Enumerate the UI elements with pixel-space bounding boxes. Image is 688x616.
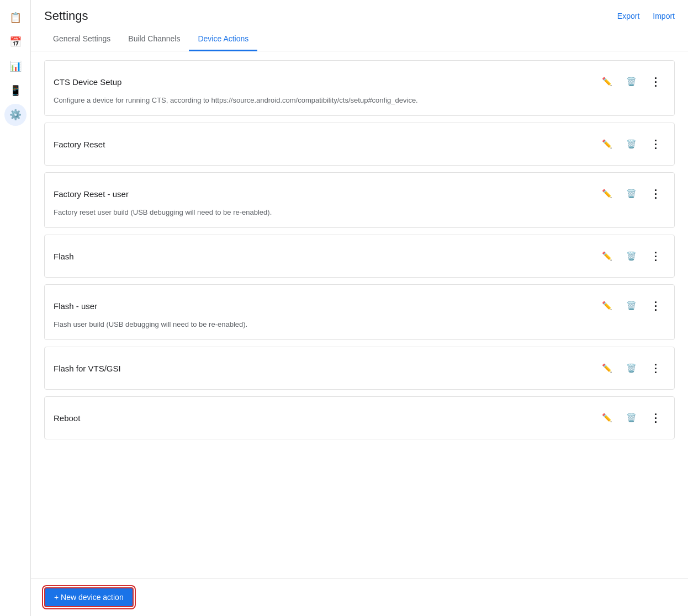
delete-button-factory-reset[interactable]: 🗑️ xyxy=(621,134,641,154)
sidebar-item-clipboard[interactable]: 📋 xyxy=(4,7,27,29)
bottom-bar: + New device action xyxy=(31,578,688,616)
more-icon: ⋮ xyxy=(650,76,661,87)
chart-icon: 📊 xyxy=(9,60,22,72)
delete-button-reboot[interactable]: 🗑️ xyxy=(621,408,641,428)
action-card-flash-vts-gsi: Flash for VTS/GSI✏️🗑️⋮ xyxy=(44,347,675,390)
main-content: Settings Export Import General Settings … xyxy=(31,0,688,616)
more-button-cts-device-setup[interactable]: ⋮ xyxy=(645,72,665,92)
new-device-action-button[interactable]: + New device action xyxy=(44,587,134,607)
action-title-cts-device-setup: CTS Device Setup xyxy=(54,77,121,87)
trash-icon: 🗑️ xyxy=(626,301,637,311)
tab-general-settings[interactable]: General Settings xyxy=(44,28,119,51)
action-title-reboot: Reboot xyxy=(54,413,80,423)
action-title-flash-vts-gsi: Flash for VTS/GSI xyxy=(54,364,121,373)
sidebar-item-chart[interactable]: 📊 xyxy=(4,55,27,77)
edit-button-flash[interactable]: ✏️ xyxy=(597,246,617,266)
more-button-factory-reset[interactable]: ⋮ xyxy=(645,134,665,154)
more-button-flash[interactable]: ⋮ xyxy=(645,246,665,266)
more-icon: ⋮ xyxy=(650,412,661,423)
trash-icon: 🗑️ xyxy=(626,363,637,373)
action-title-factory-reset: Factory Reset xyxy=(54,140,105,149)
more-icon: ⋮ xyxy=(650,363,661,374)
edit-button-flash-vts-gsi[interactable]: ✏️ xyxy=(597,358,617,378)
action-title-factory-reset-user: Factory Reset - user xyxy=(54,189,129,199)
action-card-reboot: Reboot✏️🗑️⋮ xyxy=(44,396,675,439)
more-icon: ⋮ xyxy=(650,251,661,262)
action-card-factory-reset: Factory Reset✏️🗑️⋮ xyxy=(44,123,675,166)
action-title-flash: Flash xyxy=(54,252,74,261)
delete-button-cts-device-setup[interactable]: 🗑️ xyxy=(621,72,641,92)
pencil-icon: ✏️ xyxy=(602,139,612,149)
sidebar: 📋 📅 📊 📱 ⚙️ xyxy=(0,0,31,616)
action-desc-cts-device-setup: Configure a device for running CTS, acco… xyxy=(54,96,665,104)
clipboard-icon: 📋 xyxy=(9,12,22,24)
export-button[interactable]: Export xyxy=(617,12,639,20)
tabs: General Settings Build Channels Device A… xyxy=(31,28,688,51)
action-desc-flash-user: Flash user build (USB debugging will nee… xyxy=(54,320,665,328)
delete-button-flash-user[interactable]: 🗑️ xyxy=(621,296,641,316)
more-icon: ⋮ xyxy=(650,139,661,150)
import-button[interactable]: Import xyxy=(653,12,675,20)
action-desc-factory-reset-user: Factory reset user build (USB debugging … xyxy=(54,208,665,216)
edit-button-factory-reset-user[interactable]: ✏️ xyxy=(597,184,617,204)
more-button-flash-user[interactable]: ⋮ xyxy=(645,296,665,316)
pencil-icon: ✏️ xyxy=(602,363,612,373)
settings-icon: ⚙️ xyxy=(9,109,22,121)
pencil-icon: ✏️ xyxy=(602,77,612,87)
more-button-factory-reset-user[interactable]: ⋮ xyxy=(645,184,665,204)
sidebar-item-calendar[interactable]: 📅 xyxy=(4,31,27,53)
sidebar-item-settings[interactable]: ⚙️ xyxy=(4,104,27,126)
sidebar-item-phone[interactable]: 📱 xyxy=(4,79,27,102)
edit-button-flash-user[interactable]: ✏️ xyxy=(597,296,617,316)
edit-button-factory-reset[interactable]: ✏️ xyxy=(597,134,617,154)
phone-icon: 📱 xyxy=(9,84,22,97)
trash-icon: 🗑️ xyxy=(626,139,637,149)
delete-button-flash[interactable]: 🗑️ xyxy=(621,246,641,266)
trash-icon: 🗑️ xyxy=(626,189,637,199)
calendar-icon: 📅 xyxy=(9,36,22,48)
header: Settings Export Import xyxy=(31,0,688,23)
pencil-icon: ✏️ xyxy=(602,301,612,311)
trash-icon: 🗑️ xyxy=(626,77,637,87)
edit-button-reboot[interactable]: ✏️ xyxy=(597,408,617,428)
tab-device-actions[interactable]: Device Actions xyxy=(189,28,257,51)
action-card-flash-user: Flash - user✏️🗑️⋮Flash user build (USB d… xyxy=(44,284,675,340)
pencil-icon: ✏️ xyxy=(602,413,612,423)
more-button-flash-vts-gsi[interactable]: ⋮ xyxy=(645,358,665,378)
more-icon: ⋮ xyxy=(650,188,661,199)
trash-icon: 🗑️ xyxy=(626,251,637,261)
delete-button-factory-reset-user[interactable]: 🗑️ xyxy=(621,184,641,204)
more-icon: ⋮ xyxy=(650,300,661,311)
pencil-icon: ✏️ xyxy=(602,251,612,261)
tab-build-channels[interactable]: Build Channels xyxy=(119,28,189,51)
page-title: Settings xyxy=(44,9,88,23)
action-card-flash: Flash✏️🗑️⋮ xyxy=(44,235,675,278)
content-area: CTS Device Setup✏️🗑️⋮Configure a device … xyxy=(31,51,688,616)
trash-icon: 🗑️ xyxy=(626,413,637,423)
delete-button-flash-vts-gsi[interactable]: 🗑️ xyxy=(621,358,641,378)
edit-button-cts-device-setup[interactable]: ✏️ xyxy=(597,72,617,92)
pencil-icon: ✏️ xyxy=(602,189,612,199)
action-card-cts-device-setup: CTS Device Setup✏️🗑️⋮Configure a device … xyxy=(44,60,675,116)
header-actions: Export Import xyxy=(617,12,675,20)
action-card-factory-reset-user: Factory Reset - user✏️🗑️⋮Factory reset u… xyxy=(44,172,675,228)
more-button-reboot[interactable]: ⋮ xyxy=(645,408,665,428)
action-title-flash-user: Flash - user xyxy=(54,301,97,311)
